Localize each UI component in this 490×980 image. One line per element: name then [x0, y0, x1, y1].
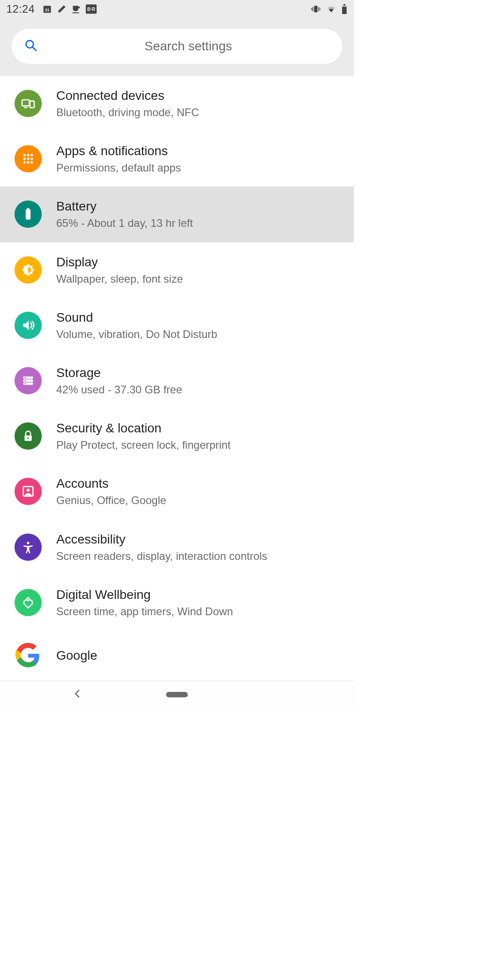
home-pill[interactable]: [166, 692, 188, 697]
settings-item-title: Battery: [56, 198, 345, 214]
svg-line-13: [33, 47, 36, 50]
svg-rect-15: [30, 101, 34, 108]
settings-item-wellbeing[interactable]: Digital WellbeingScreen time, app timers…: [0, 575, 354, 630]
svg-rect-6: [318, 7, 319, 11]
settings-item-sound[interactable]: SoundVolume, vibration, Do Not Disturb: [0, 298, 354, 353]
search-bar[interactable]: [11, 28, 343, 64]
back-button[interactable]: [73, 689, 83, 701]
accessibility-icon: [15, 534, 42, 561]
settings-item-storage[interactable]: Storage42% used - 37.30 GB free: [0, 353, 354, 408]
svg-point-12: [26, 40, 33, 48]
svg-rect-8: [320, 8, 320, 10]
settings-item-title: Security & location: [56, 420, 345, 436]
settings-item-connected-devices[interactable]: Connected devicesBluetooth, driving mode…: [0, 76, 354, 131]
google-icon: [15, 642, 42, 669]
settings-item-accounts[interactable]: AccountsGenius, Office, Google: [0, 464, 354, 519]
settings-list: Connected devicesBluetooth, driving mode…: [0, 76, 354, 681]
br-badge-icon: B·R: [86, 4, 97, 14]
svg-point-21: [27, 158, 29, 160]
battery-status-icon: [341, 4, 348, 14]
svg-point-33: [24, 380, 26, 382]
lock-icon: [15, 422, 42, 450]
svg-point-17: [23, 154, 25, 157]
settings-item-subtitle: Bluetooth, driving mode, NFC: [56, 105, 345, 119]
svg-text:B·R: B·R: [87, 7, 95, 12]
settings-item-subtitle: Permissions, default apps: [56, 161, 345, 175]
wellbeing-icon: [15, 589, 42, 616]
settings-item-title: Storage: [56, 365, 345, 381]
svg-rect-10: [342, 7, 347, 14]
svg-point-19: [30, 154, 33, 157]
svg-rect-26: [26, 210, 31, 220]
settings-item-subtitle: Screen readers, display, interaction con…: [56, 549, 345, 563]
svg-point-25: [30, 162, 33, 164]
svg-point-32: [24, 377, 26, 378]
navigation-bar: [0, 681, 354, 708]
svg-point-18: [27, 154, 29, 157]
settings-item-title: Apps & notifications: [56, 143, 345, 159]
svg-rect-5: [313, 7, 314, 11]
search-icon: [24, 39, 38, 54]
svg-rect-27: [27, 208, 29, 210]
svg-text:31: 31: [44, 8, 49, 12]
svg-rect-14: [22, 100, 29, 106]
storage-icon: [15, 367, 42, 394]
svg-point-23: [23, 162, 25, 164]
settings-item-title: Sound: [56, 309, 345, 325]
settings-item-apps[interactable]: Apps & notificationsPermissions, default…: [0, 131, 354, 186]
settings-item-accessibility[interactable]: AccessibilityScreen readers, display, in…: [0, 519, 354, 575]
vibrate-icon: [310, 4, 321, 14]
settings-item-subtitle: 65% - About 1 day, 13 hr left: [56, 216, 345, 230]
svg-point-34: [24, 383, 26, 384]
svg-point-24: [27, 162, 29, 164]
svg-rect-16: [24, 107, 28, 108]
svg-point-22: [30, 158, 33, 160]
battery-icon: [15, 201, 42, 228]
wifi-icon: [326, 4, 337, 14]
settings-item-title: Google: [56, 647, 345, 663]
settings-item-title: Digital Wellbeing: [56, 587, 345, 603]
svg-rect-7: [311, 8, 312, 10]
calendar-31-icon: 31: [42, 4, 52, 14]
volume-icon: [15, 312, 42, 339]
settings-item-display[interactable]: DisplayWallpaper, sleep, font size: [0, 242, 354, 298]
settings-item-subtitle: 42% used - 37.30 GB free: [56, 382, 345, 397]
svg-rect-4: [314, 6, 317, 13]
settings-item-subtitle: Volume, vibration, Do Not Disturb: [56, 327, 345, 341]
settings-item-title: Accounts: [56, 475, 345, 491]
settings-item-subtitle: Genius, Office, Google: [56, 493, 345, 507]
settings-item-subtitle: Wallpaper, sleep, font size: [56, 272, 345, 286]
settings-item-subtitle: Screen time, app timers, Wind Down: [56, 604, 345, 618]
settings-item-title: Connected devices: [56, 88, 345, 103]
settings-item-google[interactable]: Google: [0, 630, 354, 681]
svg-point-39: [27, 542, 29, 544]
settings-item-battery[interactable]: Battery65% - About 1 day, 13 hr left: [0, 186, 354, 242]
settings-item-title: Display: [56, 254, 345, 270]
apps-icon: [15, 145, 42, 172]
svg-rect-11: [343, 4, 345, 5]
search-header: [0, 18, 354, 76]
svg-point-20: [23, 158, 25, 160]
status-bar: 12:24 31 B·R: [0, 0, 354, 18]
account-icon: [15, 478, 42, 505]
svg-point-38: [27, 489, 30, 492]
brightness-icon: [15, 256, 42, 284]
search-input[interactable]: [47, 39, 330, 54]
pencil-icon: [57, 4, 67, 14]
svg-point-36: [27, 437, 29, 439]
settings-item-subtitle: Play Protect, screen lock, fingerprint: [56, 438, 345, 452]
settings-item-security[interactable]: Security & locationPlay Protect, screen …: [0, 408, 354, 464]
devices-icon: [15, 90, 42, 117]
settings-item-title: Accessibility: [56, 531, 345, 547]
coffee-cup-icon: [71, 4, 81, 14]
status-time: 12:24: [6, 3, 35, 15]
